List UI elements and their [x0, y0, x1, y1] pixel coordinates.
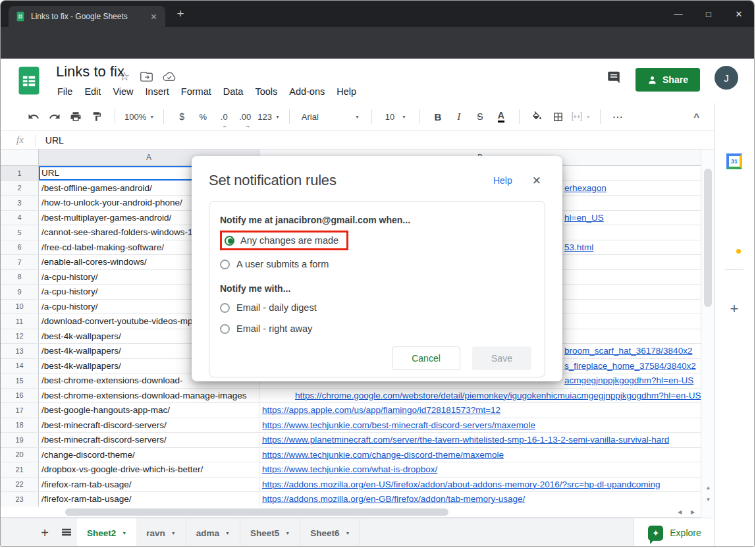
print-icon[interactable] [67, 107, 84, 126]
hyperlink[interactable]: https://addons.mozilla.org/en-US/firefox… [262, 478, 660, 492]
window-close-button[interactable]: ✕ [724, 1, 754, 27]
move-to-folder-icon[interactable] [140, 71, 153, 82]
chevron-down-icon[interactable]: ▼ [225, 531, 230, 535]
browser-tab[interactable]: Links to fix - Google Sheets ✕ [9, 6, 165, 27]
row-number[interactable]: 14 [1, 359, 39, 373]
row-number[interactable]: 18 [1, 418, 39, 433]
row-number[interactable]: 3 [1, 196, 39, 210]
hyperlink[interactable]: https://chrome.google.com/webstore/detai… [295, 389, 701, 403]
cell-link[interactable]: https://addons.mozilla.org/en-US/firefox… [259, 478, 701, 492]
decrease-decimal-button[interactable]: .0← [215, 107, 232, 126]
cell-url-slug[interactable]: /dropbox-vs-google-drive-which-is-better… [39, 462, 259, 477]
bold-button[interactable]: B [429, 107, 446, 126]
radio-unselected-icon[interactable] [220, 324, 230, 334]
hyperlink[interactable]: https://www.techjunkie.com/what-is-dropb… [262, 462, 437, 477]
font-select[interactable]: Arial▼ [299, 107, 362, 126]
document-title[interactable]: Links to fix [56, 63, 124, 80]
hyperlink[interactable]: https://www.planetminecraft.com/server/t… [262, 433, 669, 447]
paint-format-icon[interactable] [88, 107, 105, 126]
chevron-down-icon[interactable]: ▼ [285, 531, 290, 535]
share-button[interactable]: Share [635, 68, 700, 92]
chevron-down-icon[interactable]: ▼ [122, 531, 126, 535]
menu-edit[interactable]: Edit [78, 85, 107, 98]
horizontal-scrollbar[interactable]: ◀ ▶ [1, 507, 701, 518]
row-number[interactable]: 6 [1, 240, 39, 255]
cell-url-slug[interactable]: /best-minecraft-discord-servers/ [39, 418, 259, 433]
text-color-button[interactable]: A [493, 107, 510, 126]
menu-data[interactable]: Data [217, 85, 250, 98]
row-number[interactable]: 11 [1, 314, 39, 329]
cell-url-slug[interactable]: /change-discord-theme/ [39, 448, 259, 462]
row-number[interactable]: 15 [1, 373, 39, 388]
menu-add-ons[interactable]: Add-ons [283, 85, 331, 98]
close-icon[interactable]: ✕ [532, 174, 541, 188]
format-percent-button[interactable]: % [194, 107, 211, 126]
row-number[interactable]: 10 [1, 300, 39, 314]
row-number[interactable]: 23 [1, 492, 39, 507]
cell-link[interactable]: https://www.techjunkie.com/best-minecraf… [259, 418, 701, 433]
radio-option[interactable]: Email - daily digest [220, 300, 534, 315]
cancel-button[interactable]: Cancel [392, 346, 460, 370]
row-number[interactable]: 16 [1, 389, 39, 403]
radio-option[interactable]: Any changes are made [220, 231, 534, 250]
cell-url-slug[interactable]: /firefox-ram-tab-usage/ [39, 478, 259, 492]
add-sheet-button[interactable]: + [36, 526, 53, 541]
window-maximize-button[interactable]: □ [693, 1, 724, 27]
fill-color-icon[interactable] [529, 107, 546, 126]
hyperlink[interactable]: https://apps.apple.com/us/app/flamingo/i… [262, 403, 500, 418]
horizontal-scrollbar-thumb[interactable] [65, 508, 448, 516]
select-all-corner[interactable] [1, 150, 39, 166]
menu-help[interactable]: Help [331, 85, 362, 98]
explore-button[interactable]: ✦ Explore [634, 518, 715, 547]
font-size-select[interactable]: 10▼ [381, 107, 410, 126]
save-button[interactable]: Save [472, 346, 531, 370]
radio-option[interactable]: A user submits a form [220, 257, 534, 271]
zoom-select[interactable]: 100%▼ [124, 107, 154, 126]
all-sheets-icon[interactable] [61, 528, 72, 537]
radio-selected-icon[interactable] [225, 236, 234, 246]
hyperlink[interactable]: acmgegjnppjkgogdhm?hl=en-US [564, 373, 693, 388]
sheet-tab-sheet5[interactable]: Sheet5▼ [240, 518, 300, 547]
hyperlink[interactable]: https://addons.mozilla.org/en-GB/firefox… [262, 492, 525, 507]
row-number[interactable]: 17 [1, 403, 39, 418]
merge-cells-icon[interactable]: ▼ [571, 107, 591, 126]
scroll-up-icon[interactable]: ▲ [701, 485, 715, 491]
google-calendar-icon[interactable]: 31 [726, 153, 742, 169]
scroll-right-icon[interactable]: ▶ [687, 508, 699, 516]
comment-history-icon[interactable] [607, 70, 621, 84]
sheet-tab-sheet2[interactable]: Sheet2▼ [77, 518, 136, 547]
sheet-tab-ravn[interactable]: ravn▼ [136, 518, 186, 547]
formula-value[interactable]: URL [45, 135, 64, 146]
cell-url-slug[interactable]: /best-chrome-extensions-download-manage-… [39, 389, 259, 403]
cell-url-slug[interactable]: /best-google-hangouts-app-mac/ [39, 403, 259, 418]
radio-unselected-icon[interactable] [220, 260, 230, 269]
menu-view[interactable]: View [107, 85, 139, 98]
add-addon-button[interactable]: + [730, 300, 739, 317]
hyperlink[interactable]: erhexagon [564, 181, 607, 196]
hyperlink[interactable]: https://www.techjunkie.com/change-discor… [262, 448, 504, 462]
sheets-logo-icon[interactable] [18, 66, 40, 96]
scroll-left-icon[interactable]: ◀ [674, 508, 686, 516]
hyperlink[interactable]: 53.html [564, 240, 593, 255]
hide-toolbar-icon[interactable]: ^ [693, 111, 699, 123]
cell-link[interactable]: https://addons.mozilla.org/en-GB/firefox… [259, 492, 701, 507]
italic-button[interactable]: I [450, 107, 468, 126]
formula-bar[interactable]: fx URL [1, 130, 715, 150]
hyperlink[interactable]: https://www.techjunkie.com/best-minecraf… [262, 418, 535, 433]
row-number[interactable]: 7 [1, 255, 39, 269]
hyperlink[interactable]: broom_scarf_hat_36178/3840x2 [564, 344, 692, 358]
row-number[interactable]: 21 [1, 462, 39, 477]
radio-option[interactable]: Email - right away [220, 321, 534, 336]
star-document-icon[interactable]: ☆ [119, 69, 130, 84]
row-number[interactable]: 4 [1, 211, 39, 225]
cell-link[interactable]: https://apps.apple.com/us/app/flamingo/i… [259, 403, 701, 418]
borders-icon[interactable] [550, 107, 567, 126]
row-number[interactable]: 8 [1, 270, 39, 285]
cell-url-slug[interactable]: /best-minecraft-discord-servers/ [39, 433, 259, 447]
redo-icon[interactable] [46, 107, 63, 126]
menu-insert[interactable]: Insert [140, 85, 175, 98]
vertical-scrollbar[interactable]: ▲ ▼ [701, 150, 715, 518]
vertical-scrollbar-thumb[interactable] [704, 169, 712, 307]
help-link[interactable]: Help [493, 175, 512, 186]
more-toolbar-button[interactable]: ⋯ [610, 107, 627, 126]
